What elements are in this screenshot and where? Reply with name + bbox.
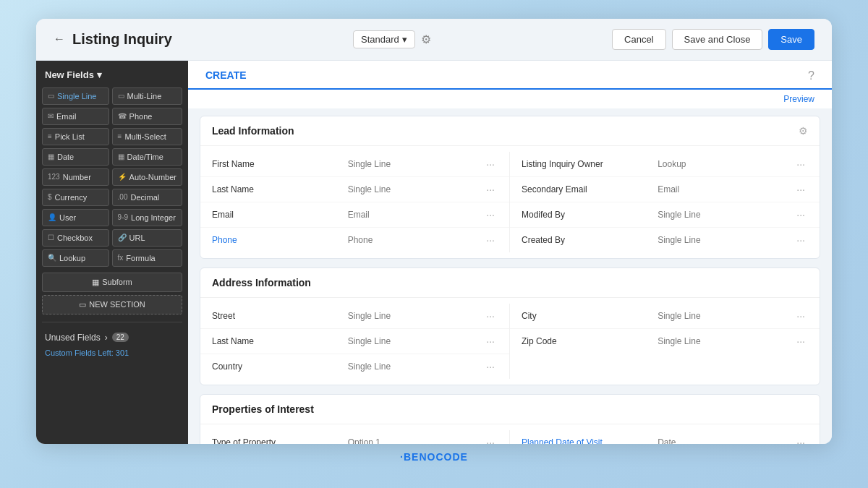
field-checkbox[interactable]: ☐ Checkbox (42, 229, 109, 247)
field-menu-icon[interactable]: ··· (483, 309, 498, 323)
field-menu-icon[interactable]: ··· (793, 182, 808, 197)
field-name: Last Name (212, 336, 342, 346)
table-row: Street Single Line ··· (200, 304, 509, 329)
plus-icon: ▭ (79, 300, 86, 309)
lead-info-header: Lead Information ⚙ (200, 116, 820, 146)
field-label: Decimal (130, 193, 159, 202)
pick-list-icon: ≡ (48, 132, 52, 140)
field-menu-icon[interactable]: ··· (483, 157, 498, 171)
field-menu-icon[interactable]: ··· (793, 309, 808, 323)
field-menu-icon[interactable]: ··· (793, 233, 808, 247)
unused-fields-label: Unused Fields (45, 333, 101, 343)
field-menu-icon[interactable]: ··· (483, 359, 498, 374)
subform-button[interactable]: ▦ Subform (42, 273, 182, 292)
table-row: First Name Single Line ··· (200, 152, 509, 177)
field-label: Multi-Select (124, 132, 166, 141)
field-formula[interactable]: fx Formula (112, 249, 182, 267)
field-url[interactable]: 🔗 URL (112, 229, 182, 247)
field-number[interactable]: 123 Number (42, 168, 109, 186)
checkbox-icon: ☐ (48, 234, 54, 241)
field-label: Phone (129, 112, 153, 121)
lead-info-gear-icon[interactable]: ⚙ (799, 125, 808, 137)
field-decimal[interactable]: .00 Decimal (112, 189, 182, 206)
new-fields-header: New Fields ▾ (42, 69, 182, 80)
preview-link[interactable]: Preview (188, 90, 832, 108)
multi-select-icon: ≡ (118, 132, 122, 140)
field-menu-icon[interactable]: ··· (483, 182, 498, 197)
field-type: Single Line (658, 311, 788, 321)
field-name: City (522, 311, 652, 321)
table-row: Zip Code Single Line ··· (510, 329, 820, 354)
settings-icon[interactable]: ⚙ (421, 33, 431, 46)
field-user[interactable]: 👤 User (42, 209, 109, 226)
field-name: Modifed By (522, 210, 652, 220)
field-name: Country (212, 361, 342, 372)
field-label: Auto-Number (129, 173, 176, 181)
footer: ·BENOCODE (393, 444, 475, 470)
field-menu-icon[interactable]: ··· (483, 233, 498, 247)
field-auto-number[interactable]: ⚡ Auto-Number (112, 168, 182, 186)
field-name: Secondary Email (522, 184, 652, 194)
chevron-down-icon: ▾ (402, 34, 407, 45)
field-name: Phone (212, 235, 342, 245)
field-menu-icon[interactable]: ··· (483, 334, 498, 348)
multi-line-icon: ▭ (118, 92, 124, 100)
field-lookup[interactable]: 🔍 Lookup (42, 249, 109, 267)
field-menu-icon[interactable]: ··· (793, 157, 808, 171)
save-and-close-button[interactable]: Save and Close (672, 29, 763, 50)
field-single-line[interactable]: ▭ Single Line (42, 87, 109, 105)
lookup-icon: 🔍 (48, 254, 56, 262)
field-name: Street (212, 311, 342, 321)
field-type: Single Line (348, 336, 478, 346)
standard-dropdown[interactable]: Standard ▾ (353, 30, 415, 48)
address-info-title: Address Information (212, 277, 311, 288)
subform-icon: ▦ (92, 278, 99, 287)
field-type: Single Line (348, 184, 478, 194)
formula-icon: fx (118, 254, 124, 262)
field-email[interactable]: ✉ Email (42, 108, 109, 125)
field-multi-line[interactable]: ▭ Multi-Line (112, 87, 182, 105)
new-section-label: NEW SECTION (89, 300, 145, 309)
field-label: Number (63, 173, 91, 181)
field-pick-list[interactable]: ≡ Pick List (42, 128, 109, 145)
field-label: Formula (126, 254, 155, 262)
fields-grid: ▭ Single Line ▭ Multi-Line ✉ Email ☎ Pho… (42, 87, 182, 267)
field-type: Date (658, 437, 788, 444)
field-multi-select[interactable]: ≡ Multi-Select (112, 128, 182, 145)
table-row: Created By Single Line ··· (510, 228, 820, 252)
table-row: Type of Property Option 1 ··· (200, 430, 509, 444)
field-type: Single Line (658, 210, 788, 220)
properties-interest-fields: Type of Property Option 1 ··· Site Visit… (200, 430, 820, 444)
new-section-button[interactable]: ▭ NEW SECTION (42, 295, 182, 314)
unused-fields-row[interactable]: Unused Fields › 22 (42, 330, 182, 346)
lead-info-fields: First Name Single Line ··· Last Name Sin… (200, 152, 820, 252)
long-integer-icon: 9-9 (118, 213, 128, 221)
field-menu-icon[interactable]: ··· (793, 334, 808, 348)
footer-logo: ·BENOCODE (400, 451, 468, 463)
field-datetime[interactable]: ▦ Date/Time (112, 148, 182, 166)
field-label: Pick List (55, 132, 85, 141)
field-type: Lookup (658, 159, 788, 169)
field-date[interactable]: ▦ Date (42, 148, 109, 166)
currency-icon: $ (48, 193, 52, 201)
field-phone[interactable]: ☎ Phone (112, 108, 182, 125)
email-icon: ✉ (48, 112, 54, 120)
header-center: Standard ▾ ⚙ (353, 30, 431, 48)
field-name: Planned Date of Visit (522, 437, 652, 444)
address-info-header: Address Information (200, 268, 820, 298)
sidebar-divider (42, 322, 182, 322)
cancel-button[interactable]: Cancel (612, 29, 665, 50)
field-menu-icon[interactable]: ··· (483, 207, 498, 222)
field-menu-icon[interactable]: ··· (793, 435, 808, 444)
field-currency[interactable]: $ Currency (42, 189, 109, 206)
field-label: Date (57, 153, 74, 161)
field-menu-icon[interactable]: ··· (793, 207, 808, 222)
field-menu-icon[interactable]: ··· (483, 435, 498, 444)
field-long-integer[interactable]: 9-9 Long Integer (112, 209, 182, 226)
back-button[interactable]: ← (54, 33, 65, 46)
field-label: Date/Time (127, 153, 163, 161)
field-label: Multi-Line (127, 92, 162, 100)
save-button[interactable]: Save (768, 29, 814, 50)
create-tab[interactable]: CREATE (205, 69, 247, 90)
help-icon[interactable]: ? (808, 69, 814, 82)
